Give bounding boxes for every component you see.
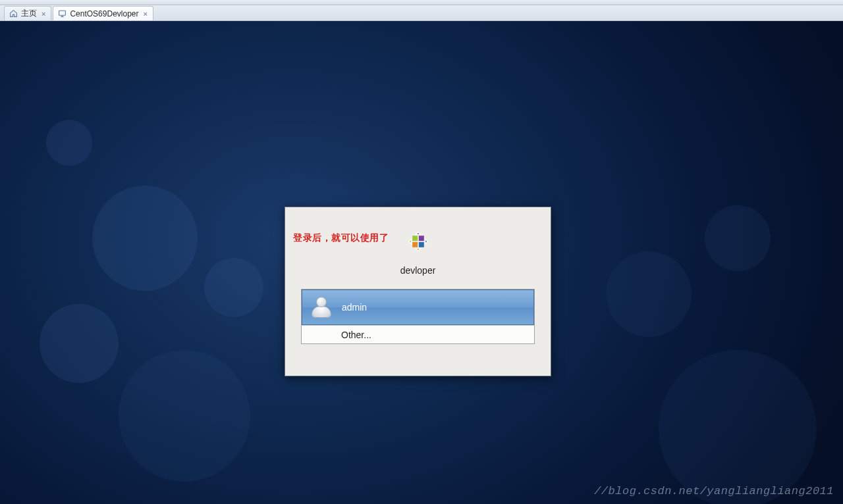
tab-home-close[interactable]: × [40,10,47,18]
tab-home-label: 主页 [21,8,37,19]
user-label-other: Other... [341,330,371,340]
tab-vm-label: CentOS69Devloper [70,9,138,18]
watermark-text: //blog.csdn.net/yangliangliang2011 [594,485,834,497]
tab-vm-close[interactable]: × [142,10,149,18]
home-icon [9,9,18,18]
vm-desktop: 登录后，就可以使用了 [0,21,843,504]
tabbar: 主页 × CentOS69Devloper × [0,5,843,21]
svg-rect-4 [418,242,423,247]
tab-vm[interactable]: CentOS69Devloper × [53,6,153,20]
svg-rect-2 [418,236,423,241]
svg-rect-0 [59,11,66,15]
centos-logo-icon [404,227,433,256]
svg-rect-1 [412,236,418,241]
user-label-admin: admin [342,302,367,313]
monitor-icon [57,9,67,18]
user-row-admin[interactable]: admin [302,290,534,325]
avatar-icon [310,296,333,318]
tab-home[interactable]: 主页 × [4,6,51,20]
window-titlebar [0,0,843,5]
app-window: 主页 × CentOS69Devloper × 登录后，就可以使用了 [0,0,843,504]
user-row-other[interactable]: Other... [302,325,534,343]
login-panel: 登录后，就可以使用了 [285,207,551,376]
user-list: admin Other... [301,289,535,344]
annotation-text: 登录后，就可以使用了 [293,232,389,244]
hostname-label: devloper [400,265,436,276]
svg-rect-3 [412,242,418,247]
